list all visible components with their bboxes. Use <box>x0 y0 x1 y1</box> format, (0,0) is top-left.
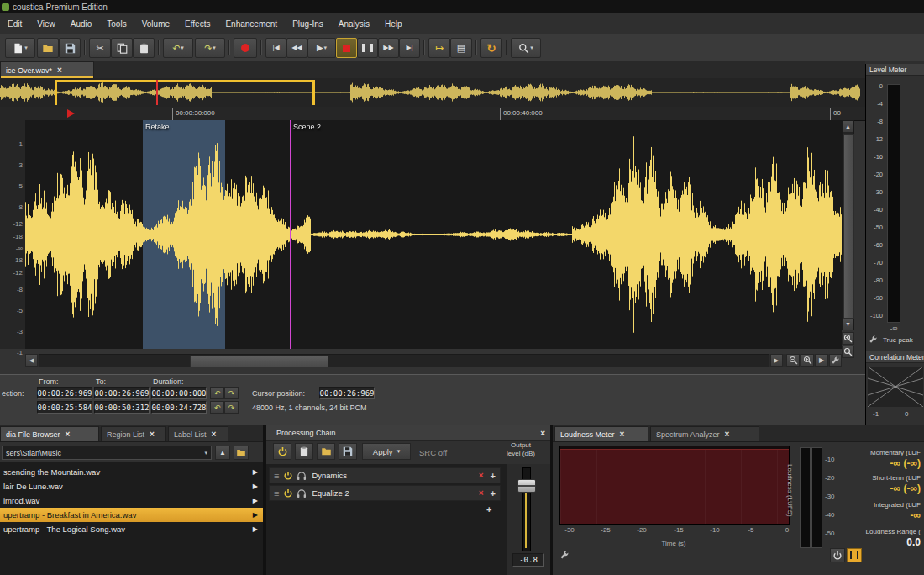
selection-duration-field[interactable]: 00:00:00:000 <box>151 387 207 399</box>
waveform-display[interactable] <box>25 120 842 349</box>
add-effect-icon[interactable]: + <box>491 471 496 481</box>
play-icon[interactable]: ▶ <box>253 511 258 519</box>
close-icon[interactable]: × <box>212 430 217 439</box>
hscroll-thumb[interactable] <box>190 356 328 367</box>
tab-loudness-meter[interactable]: Loudness Meter × <box>554 426 648 441</box>
tab-media-file-browser[interactable]: dia File Browser × <box>0 426 99 441</box>
add-effect-icon[interactable]: + <box>491 488 496 499</box>
output-level-value[interactable]: -0.8 <box>512 553 544 567</box>
tab-spectrum-analyzer[interactable]: Spectrum Analyzer × <box>650 426 759 441</box>
vscroll-thumb[interactable] <box>843 134 854 319</box>
menu-tools[interactable]: Tools <box>99 13 134 34</box>
playlist-button[interactable]: ▤ <box>450 38 472 58</box>
menu-edit[interactable]: Edit <box>0 13 29 34</box>
chain-item-dynamics[interactable]: ≡ Dynamics × + <box>269 467 501 483</box>
cut-button[interactable]: ✂ <box>89 38 111 58</box>
menu-effects[interactable]: Effects <box>177 13 218 34</box>
loudness-pause-button[interactable] <box>847 548 862 562</box>
drag-handle-icon[interactable]: ≡ <box>274 471 279 481</box>
browse-folder-button[interactable] <box>234 446 249 460</box>
zoom-menu-arrow-icon[interactable]: ▶ <box>815 354 828 367</box>
follow-playback-button[interactable]: ↦ <box>428 38 450 58</box>
scroll-up-icon[interactable]: ▲ <box>843 121 853 132</box>
selection-to-field[interactable]: 00:00:26:969 <box>94 387 150 399</box>
loop-selection-button[interactable]: ↻ <box>480 38 502 58</box>
zoom-out-button[interactable] <box>786 354 800 367</box>
undo-button[interactable]: ↶ ▾ <box>163 38 193 58</box>
loudness-settings-button[interactable] <box>559 550 570 560</box>
drag-handle-icon[interactable]: ≡ <box>274 488 279 499</box>
view-from-field[interactable]: 00:00:25:584 <box>37 401 92 414</box>
cursor-position-field[interactable]: 00:00:26:969 <box>319 387 375 399</box>
folder-path-combo[interactable]: sers\Stian\Music ▾ <box>2 446 212 460</box>
close-icon[interactable]: × <box>725 430 730 439</box>
menu-analysis[interactable]: Analysis <box>331 13 377 34</box>
selection-from-field[interactable]: 00:00:26:969 <box>37 387 92 399</box>
headphones-icon[interactable] <box>297 471 307 481</box>
loudness-power-button[interactable] <box>830 548 845 562</box>
apply-button[interactable]: Apply ▾ <box>362 443 411 460</box>
save-button[interactable] <box>59 38 81 58</box>
close-icon[interactable]: × <box>620 430 625 439</box>
selection-undo-icon[interactable]: ↶ <box>210 387 224 399</box>
copy-button[interactable] <box>111 38 133 58</box>
file-row[interactable]: lair De Lune.wav ▶ <box>0 479 263 493</box>
scroll-down-icon[interactable]: ▼ <box>843 319 853 330</box>
headphones-icon[interactable] <box>297 488 307 499</box>
paste-button[interactable] <box>133 38 155 58</box>
zoom-in-vertical-button[interactable] <box>842 332 854 345</box>
scroll-right-icon[interactable]: ▶ <box>770 354 783 367</box>
zoom-menu-button[interactable]: ▾ <box>511 38 541 58</box>
selection-redo-icon[interactable]: ↷ <box>224 387 239 399</box>
play-icon[interactable]: ▶ <box>253 497 258 504</box>
new-button[interactable]: ▾ <box>5 38 35 58</box>
close-icon[interactable]: × <box>150 430 155 439</box>
view-start-marker[interactable] <box>55 80 57 105</box>
fast-forward-button[interactable]: ▶▶ <box>378 38 399 58</box>
tab-voice-over[interactable]: ice Over.wav* × <box>0 61 94 78</box>
stop-button[interactable] <box>336 38 357 58</box>
add-effect-icon[interactable]: + <box>486 504 491 514</box>
chain-paste-button[interactable] <box>295 443 313 460</box>
menu-enhancement[interactable]: Enhancement <box>218 13 285 34</box>
zoom-in-button[interactable] <box>801 354 814 367</box>
fader-thumb[interactable] <box>517 479 536 493</box>
view-duration-field[interactable]: 00:00:24:728 <box>151 401 207 414</box>
record-button[interactable] <box>234 38 257 58</box>
tab-label-list[interactable]: Label List × <box>168 426 228 441</box>
close-icon[interactable]: × <box>540 429 545 438</box>
redo-button[interactable]: ↷ ▾ <box>195 38 225 58</box>
zoom-out-vertical-button[interactable] <box>842 346 854 358</box>
overview-waveform[interactable] <box>0 80 860 105</box>
src-status[interactable]: SRC off <box>419 448 447 457</box>
menu-view[interactable]: View <box>29 13 63 34</box>
wave-settings-button[interactable] <box>829 354 842 367</box>
close-icon[interactable]: × <box>66 430 71 439</box>
chain-open-button[interactable] <box>317 443 335 460</box>
close-icon[interactable]: × <box>57 66 62 75</box>
view-undo-icon[interactable]: ↶ <box>210 401 224 414</box>
view-to-field[interactable]: 00:00:50:312 <box>94 401 150 414</box>
remove-effect-icon[interactable]: × <box>479 488 484 498</box>
power-icon[interactable] <box>283 471 293 481</box>
file-row[interactable]: upertramp - The Logical Song.wav ▶ <box>0 522 263 536</box>
menu-help[interactable]: Help <box>377 13 410 34</box>
view-redo-icon[interactable]: ↷ <box>224 401 239 414</box>
tab-region-list[interactable]: Region List × <box>101 426 166 441</box>
file-row[interactable]: imrod.wav ▶ <box>0 493 263 508</box>
hscroll-track[interactable] <box>39 354 769 367</box>
region-label-retake[interactable]: Retake <box>145 123 170 131</box>
remove-effect-icon[interactable]: × <box>479 471 484 480</box>
power-icon[interactable] <box>283 488 293 499</box>
chain-save-button[interactable] <box>339 443 357 460</box>
menu-volume[interactable]: Volume <box>134 13 177 34</box>
folder-up-button[interactable]: ▲ <box>215 446 230 460</box>
pause-button[interactable] <box>357 38 378 58</box>
rewind-button[interactable]: ◀◀ <box>286 38 307 58</box>
menu-plugins[interactable]: Plug-Ins <box>285 13 331 34</box>
open-button[interactable] <box>37 38 59 58</box>
time-ruler[interactable]: 00:00:30:000 00:00:40:000 00 <box>0 107 865 121</box>
level-meter-settings-button[interactable] <box>869 335 878 344</box>
chain-item-equalize[interactable]: ≡ Equalize 2 × + <box>269 485 501 501</box>
go-start-button[interactable]: |◀ <box>265 38 286 58</box>
